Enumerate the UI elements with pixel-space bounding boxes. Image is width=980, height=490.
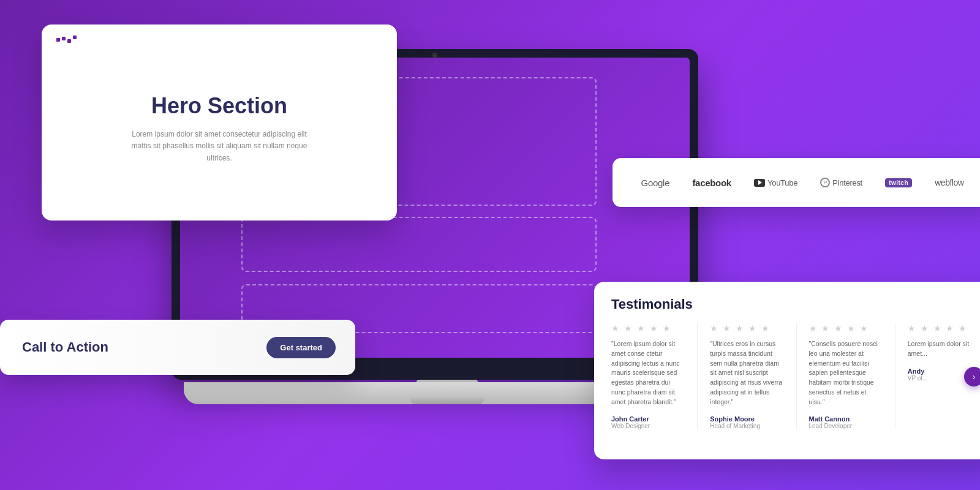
divider-3 — [895, 323, 895, 429]
divider-1 — [697, 323, 698, 429]
stars-4: ★ ★ ★ ★ ★ — [908, 323, 980, 333]
brand-twitch: twitch — [885, 178, 912, 187]
testimonials-card: Testimonials ★ ★ ★ ★ ★ "Lorem ipsum dolo… — [594, 282, 980, 459]
cta-card: Call to Action Get started — [0, 320, 355, 375]
brand-youtube: YouTube — [754, 178, 797, 187]
logo-dot-1 — [56, 38, 60, 42]
testimonial-role-1: Web Designer — [611, 423, 685, 429]
pinterest-icon: P — [820, 178, 830, 187]
brand-google: Google — [641, 178, 670, 188]
logos-card: Google facebook YouTube P Pinterest twit… — [612, 158, 980, 207]
divider-2 — [796, 323, 797, 429]
hero-card: Hero Section Lorem ipsum dolor sit amet … — [42, 24, 397, 221]
testimonial-author-2: Sophie Moore — [710, 415, 783, 423]
testimonial-3: ★ ★ ★ ★ ★ "Conselis posuere nosci leo un… — [809, 323, 883, 429]
testimonial-text-4: Lorem ipsum dolor sit amet... — [908, 339, 980, 359]
youtube-icon — [754, 179, 765, 187]
hero-logo — [56, 37, 77, 43]
brand-webflow: webflow — [935, 178, 963, 187]
testimonials-title: Testimonials — [611, 296, 980, 312]
cta-title: Call to Action — [22, 339, 108, 355]
stars-3: ★ ★ ★ ★ ★ — [809, 323, 883, 333]
testimonials-next-button[interactable]: › — [964, 367, 980, 386]
testimonial-1: ★ ★ ★ ★ ★ "Lorem ipsum dolor sit amet co… — [611, 323, 685, 429]
hero-title: Hero Section — [151, 93, 287, 119]
logo-dot-2 — [62, 37, 66, 40]
stars-1: ★ ★ ★ ★ ★ — [611, 323, 685, 333]
testimonial-author-1: John Carter — [611, 415, 685, 423]
dashed-box-cta — [241, 217, 597, 272]
testimonial-role-2: Head of Marketing — [710, 423, 783, 429]
brand-facebook: facebook — [692, 178, 731, 188]
get-started-button[interactable]: Get started — [266, 337, 336, 358]
logo-dot-3 — [67, 39, 71, 43]
twitch-badge: twitch — [885, 178, 912, 187]
testimonial-text-3: "Conselis posuere nosci leo una molester… — [809, 339, 883, 407]
hero-subtitle: Lorem ipsum dolor sit amet consectetur a… — [121, 129, 317, 164]
laptop-camera — [432, 53, 437, 58]
testimonial-text-1: "Lorem ipsum dolor sit amet conse ctetur… — [611, 339, 685, 407]
testimonials-grid: ★ ★ ★ ★ ★ "Lorem ipsum dolor sit amet co… — [611, 323, 980, 429]
testimonial-role-3: Lead Developer — [809, 423, 883, 429]
testimonial-2: ★ ★ ★ ★ ★ "Ultrices eros in cursus turpi… — [710, 323, 783, 429]
logo-dot-4 — [73, 36, 77, 39]
brand-pinterest: P Pinterest — [820, 178, 862, 187]
testimonial-text-2: "Ultrices eros in cursus turpis massa ti… — [710, 339, 783, 407]
testimonial-author-3: Matt Cannon — [809, 415, 883, 423]
laptop-notch — [410, 397, 484, 404]
stars-2: ★ ★ ★ ★ ★ — [710, 323, 783, 333]
